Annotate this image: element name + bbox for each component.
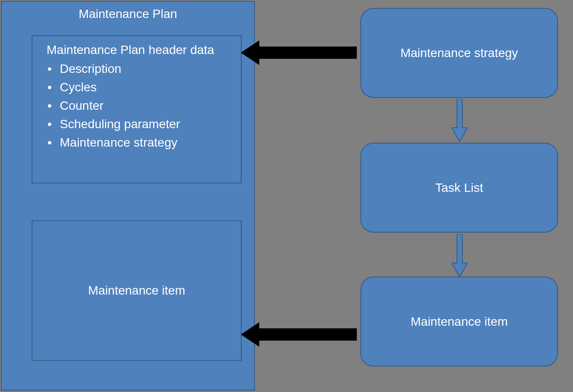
arrow-strategy-to-task-icon (452, 99, 468, 142)
maintenance-item-inner-title: Maintenance item (88, 284, 185, 298)
header-data-item: Scheduling parameter (46, 115, 232, 133)
maintenance-plan-title: Maintenance Plan (2, 2, 254, 21)
maintenance-plan-container: Maintenance Plan Maintenance Plan header… (1, 1, 255, 391)
header-data-item: Description (46, 60, 232, 78)
maintenance-item-box: Maintenance item (360, 277, 558, 367)
header-data-item: Counter (46, 97, 232, 115)
task-list-label: Task List (435, 181, 483, 195)
maintenance-strategy-label: Maintenance strategy (400, 46, 518, 60)
task-list-box: Task List (360, 143, 558, 233)
maintenance-strategy-box: Maintenance strategy (360, 8, 558, 98)
arrow-task-to-item-icon (452, 234, 468, 277)
header-data-item: Maintenance strategy (46, 133, 232, 152)
maintenance-item-inner-box: Maintenance item (32, 220, 242, 361)
header-data-box: Maintenance Plan header data Description… (32, 35, 242, 183)
header-data-list: Description Cycles Counter Scheduling pa… (41, 60, 232, 152)
maintenance-item-label: Maintenance item (410, 315, 508, 329)
header-data-item: Cycles (46, 78, 232, 97)
header-data-title: Maintenance Plan header data (41, 43, 232, 57)
